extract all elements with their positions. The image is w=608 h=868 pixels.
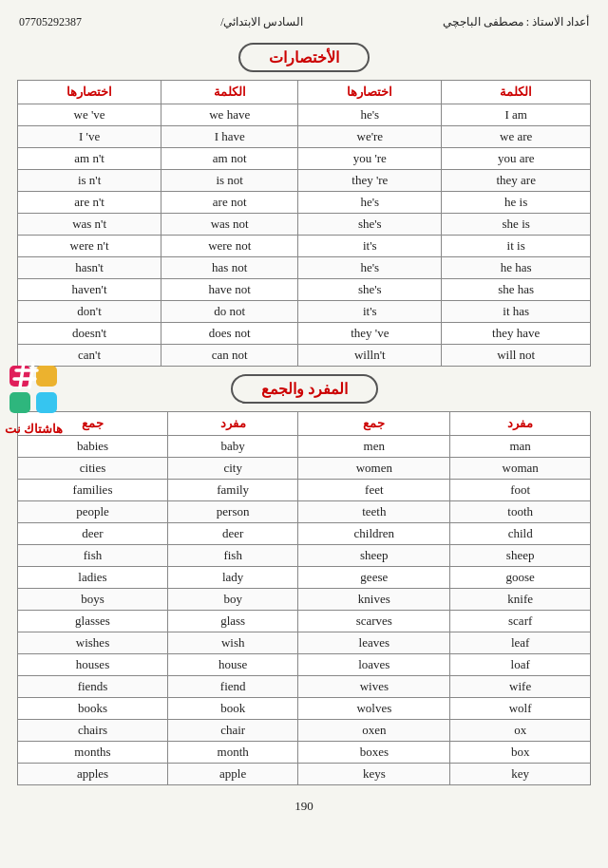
table-row: hasn'thas nothe'she has	[18, 257, 591, 279]
brand-label: هاشتاك نت	[5, 422, 63, 437]
svg-rect-1	[36, 366, 57, 387]
table-row: booksbookwolveswolf	[18, 698, 591, 720]
table-row: peoplepersonteethtooth	[18, 501, 591, 523]
table-row: is n'tis notthey 'rethey are	[18, 170, 591, 192]
table-row: glassesglassscarvesscarf	[18, 611, 591, 632]
table-row: wisheswishleavesleaf	[18, 632, 591, 654]
plural-col-header-2: جمع	[298, 412, 450, 436]
table-row: I 'veI havewe'rewe are	[18, 126, 591, 148]
table-row: boysboyknivesknife	[18, 589, 591, 611]
table-row: chairschairoxenox	[18, 720, 591, 742]
header-right: أعداد الاستاذ : مصطفى الباجچي	[443, 15, 589, 29]
hashtag-logo-icon	[5, 361, 62, 418]
table-row: doesn'tdoes notthey 'vethey have	[18, 323, 591, 345]
table-row: ladiesladygeesegoose	[18, 567, 591, 589]
header-center: السادس الابتدائي/	[220, 15, 303, 29]
table-row: was n'twas notshe'sshe is	[18, 214, 591, 236]
svg-rect-3	[36, 392, 57, 413]
table-row: houseshouseloavesloaf	[18, 654, 591, 676]
header-left: 07705292387	[19, 15, 82, 29]
table-row: we 'vewe havehe'sI am	[18, 104, 591, 126]
abbr-col-header-3: الكلمة	[162, 81, 298, 104]
table-row: fiendsfiendwiveswife	[18, 676, 591, 698]
table-row: familiesfamilyfeetfoot	[18, 480, 591, 501]
table-row: fishfishsheepsheep	[18, 545, 591, 567]
table-row: applesapplekeyskey	[18, 764, 591, 785]
abbreviations-table: اختصارها الكلمة اختصارها الكلمة we 'vewe…	[17, 80, 591, 367]
plural-table: جمع مفرد جمع مفرد babiesbabymenmancities…	[17, 411, 591, 785]
svg-rect-2	[10, 392, 30, 413]
table-row: haven'thave notshe'sshe has	[18, 279, 591, 301]
table-row: citiescitywomenwoman	[18, 458, 591, 480]
abbr-col-header-2: اختصارها	[298, 81, 442, 104]
table-row: deerdeerchildrenchild	[18, 523, 591, 545]
logo-container: هاشتاك نت	[5, 361, 63, 437]
table-row: don'tdo notit'sit has	[18, 301, 591, 323]
page-number: 190	[10, 793, 598, 820]
plural-col-header-3: مفرد	[168, 412, 298, 436]
plural-title: المفرد والجمع	[231, 374, 378, 404]
abbr-col-header-1: الكلمة	[442, 81, 591, 104]
table-row: can'tcan notwilln'twill not	[18, 345, 591, 367]
svg-line-5	[29, 363, 33, 387]
table-row: am n'tam notyou 'reyou are	[18, 148, 591, 170]
table-row: are n'tare nothe'she is	[18, 192, 591, 214]
table-row: were n'twere notit'sit is	[18, 236, 591, 257]
page-header: أعداد الاستاذ : مصطفى الباجچي السادس الا…	[10, 9, 598, 35]
table-row: monthsmonthboxesbox	[18, 742, 591, 764]
abbr-col-header-4: اختصارها	[18, 81, 162, 104]
abbreviations-title: الأختصارات	[238, 43, 370, 72]
plural-col-header-1: مفرد	[450, 412, 591, 436]
table-row: babiesbabymenman	[18, 436, 591, 458]
